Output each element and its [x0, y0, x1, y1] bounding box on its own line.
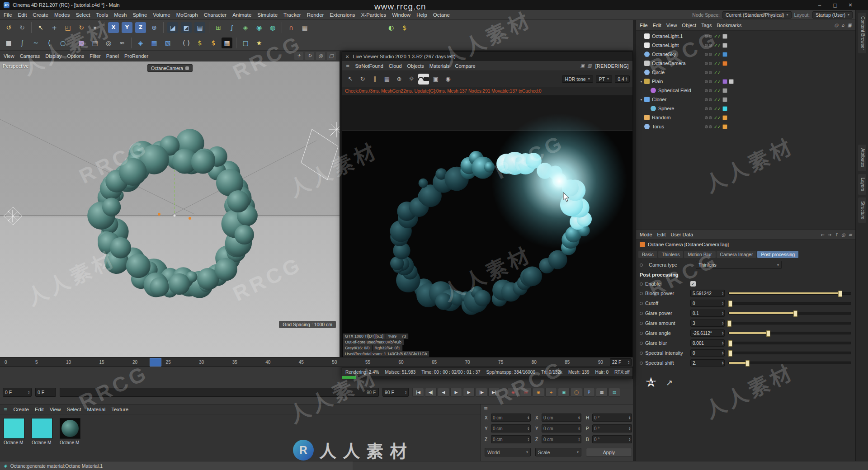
redo-icon[interactable]: ↻: [15, 21, 29, 34]
attribute-menu-item[interactable]: Mode: [640, 232, 652, 237]
separator[interactable]: [104, 22, 104, 33]
spinner-icon[interactable]: ▴▾: [722, 331, 723, 335]
lv-region-icon[interactable]: ▦: [382, 74, 392, 85]
parameter-value-input[interactable]: 0 ▴▾: [690, 300, 725, 307]
arc-tool-icon[interactable]: (: [42, 36, 56, 50]
attr-forward-icon[interactable]: →: [827, 232, 831, 237]
visibility-dots[interactable]: [705, 53, 712, 56]
handle-dot[interactable]: [189, 217, 191, 220]
viewport-menu-item[interactable]: Panel: [106, 53, 119, 59]
object-row[interactable]: OctaneLight ✓✓: [636, 41, 855, 50]
spinner-icon[interactable]: ▴▾: [528, 427, 529, 431]
material-item[interactable]: Octane M: [60, 418, 81, 445]
object-name[interactable]: Spherical Field: [658, 88, 691, 93]
spinner-icon[interactable]: ▴▾: [722, 321, 723, 325]
scale-mode-select[interactable]: Scale ▾: [535, 448, 581, 456]
attribute-tab[interactable]: Camera Imager: [717, 251, 757, 258]
side-tab[interactable]: Attributes: [858, 145, 866, 171]
spinner-icon[interactable]: ▴▾: [578, 427, 580, 431]
lv-settings-icon[interactable]: ☼: [406, 74, 417, 85]
menu-item[interactable]: Extensions: [330, 12, 355, 18]
viewport-menu-item[interactable]: View: [4, 53, 14, 59]
enable-checks-icon[interactable]: ✓✓: [714, 61, 721, 66]
visibility-dots[interactable]: [705, 89, 712, 92]
coordinate-input[interactable]: 0 cm ▴▾: [491, 424, 531, 432]
workplane-icon[interactable]: ▦: [298, 21, 311, 34]
menu-item[interactable]: Spline: [132, 12, 147, 18]
material-thumbnail[interactable]: [4, 418, 24, 439]
separator[interactable]: [177, 38, 177, 48]
render-view-icon[interactable]: ◪: [166, 21, 179, 34]
visibility-dots[interactable]: [705, 35, 712, 38]
object-name[interactable]: OctaneLight: [652, 42, 679, 48]
visibility-dots[interactable]: [705, 107, 712, 110]
attr-back-icon[interactable]: ←: [821, 232, 824, 237]
menu-item[interactable]: Help: [416, 12, 427, 18]
parameter-slider[interactable]: [728, 362, 851, 364]
next-key-button[interactable]: |▶: [476, 388, 487, 397]
parameter-slider[interactable]: [728, 342, 851, 344]
spinner-icon[interactable]: ▴▾: [528, 416, 529, 420]
range-start-input[interactable]: 0 F ▴▾: [3, 388, 32, 397]
hamburger-icon[interactable]: ≡: [484, 405, 488, 411]
viewport-menu-item[interactable]: Cameras: [20, 53, 40, 59]
side-tab[interactable]: Content Browser: [858, 13, 866, 53]
viewport-menu-item[interactable]: Options: [67, 53, 84, 59]
viewport-canvas[interactable]: [0, 61, 340, 357]
menu-item[interactable]: MoGraph: [176, 12, 198, 18]
pen-tool-icon[interactable]: ∫: [15, 36, 29, 50]
coordinate-input[interactable]: 0 ° ▴▾: [592, 424, 632, 432]
menu-item[interactable]: Octane: [433, 12, 450, 18]
viewport-menu-item[interactable]: Display: [45, 53, 61, 59]
spinner-icon[interactable]: ▴▾: [722, 351, 723, 355]
node-space-select[interactable]: Current (Standard/Physical) ▾: [722, 11, 792, 19]
coordinate-input[interactable]: 0 cm ▴▾: [491, 435, 531, 443]
object-row[interactable]: Circle ✓✓: [636, 68, 855, 77]
spinner-icon[interactable]: ▴▾: [28, 390, 29, 395]
hamburger-icon[interactable]: ≡: [346, 63, 349, 68]
parameter-value-input[interactable]: 2. ▴▾: [690, 359, 725, 367]
attribute-tab[interactable]: Motion Blur: [684, 251, 715, 258]
render-settings-icon[interactable]: ▤: [193, 21, 207, 34]
lv-expand-icon[interactable]: ▥: [587, 63, 591, 68]
record-position-button[interactable]: +: [545, 388, 557, 397]
object-name[interactable]: Plain: [652, 79, 663, 84]
object-tag-chip[interactable]: [722, 97, 727, 102]
spinner-icon[interactable]: ▴▾: [626, 77, 627, 81]
kernel-select[interactable]: PT ▾: [596, 75, 612, 83]
display-icon[interactable]: ▢: [239, 36, 252, 50]
menu-item[interactable]: X-Particles: [361, 12, 387, 18]
object-manager-menu-item[interactable]: Edit: [653, 23, 661, 28]
separator[interactable]: [236, 38, 236, 48]
rocket-icon[interactable]: ↗: [666, 378, 673, 387]
material-menu-item[interactable]: Texture: [111, 407, 128, 412]
menu-item[interactable]: Simulate: [257, 12, 278, 18]
visibility-dots[interactable]: [705, 98, 712, 101]
separator[interactable]: [31, 22, 32, 33]
attr-search-icon[interactable]: ◎: [841, 232, 845, 237]
enable-checks-icon[interactable]: ✓✓: [714, 124, 721, 129]
viewport-menu-item[interactable]: Filter: [90, 53, 100, 59]
spinner-icon[interactable]: ▴▾: [578, 416, 580, 420]
visibility-dots[interactable]: [705, 71, 712, 74]
om-lock-icon[interactable]: ▣: [848, 23, 852, 28]
z-axis-lock-button[interactable]: Z: [134, 21, 147, 34]
object-tag-chip[interactable]: [722, 79, 727, 84]
spinner-icon[interactable]: ▴▾: [405, 390, 406, 395]
spinner-icon[interactable]: ▴▾: [722, 291, 723, 296]
parameter-slider[interactable]: [728, 302, 851, 305]
live-selection-icon[interactable]: ↖: [34, 21, 47, 34]
separator[interactable]: [209, 22, 209, 33]
enable-checks-icon[interactable]: ✓✓: [714, 88, 721, 93]
anim-dot-icon[interactable]: [640, 312, 643, 315]
object-name[interactable]: Random: [652, 115, 671, 120]
subdivision-surface-icon[interactable]: ▩: [75, 36, 88, 50]
enable-checks-icon[interactable]: ✓✓: [714, 43, 721, 48]
last-tool-icon[interactable]: ▾: [88, 21, 102, 34]
coordinate-input[interactable]: 0 cm ▴▾: [542, 435, 581, 443]
attribute-menu-item[interactable]: User Data: [671, 232, 693, 237]
live-viewer-menu-item[interactable]: Objects: [407, 63, 424, 69]
object-tag-chip[interactable]: [722, 61, 727, 66]
menu-item[interactable]: Modes: [54, 12, 70, 18]
visibility-dots[interactable]: [705, 44, 712, 47]
